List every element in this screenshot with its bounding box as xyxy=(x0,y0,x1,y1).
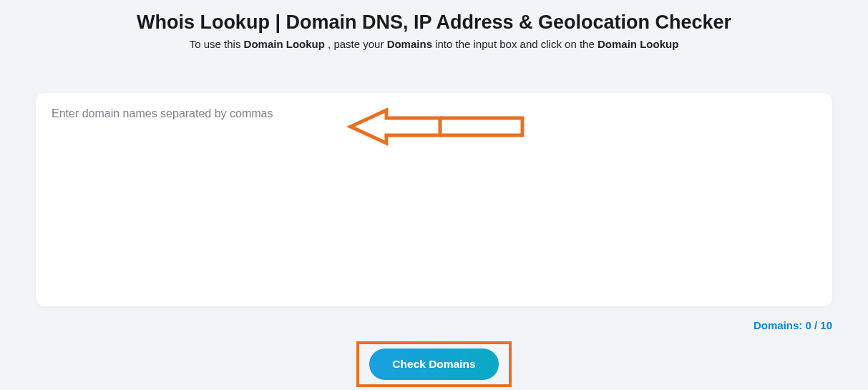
subtitle-bold: Domains xyxy=(387,38,432,50)
subtitle-text: To use this xyxy=(190,38,244,50)
page-title: Whois Lookup | Domain DNS, IP Address & … xyxy=(36,11,832,34)
subtitle-bold: Domain Lookup xyxy=(598,38,678,50)
page-subtitle: To use this Domain Lookup , paste your D… xyxy=(36,38,832,50)
subtitle-text: into the input box and click on the xyxy=(432,38,598,50)
subtitle-text: , paste your xyxy=(325,38,387,50)
check-domains-button[interactable]: Check Domains xyxy=(369,348,498,380)
subtitle-bold: Domain Lookup xyxy=(244,38,325,50)
button-highlight-box: Check Domains xyxy=(356,341,511,387)
domain-input[interactable] xyxy=(36,93,832,306)
domain-counter: Domains: 0 / 10 xyxy=(36,319,832,331)
